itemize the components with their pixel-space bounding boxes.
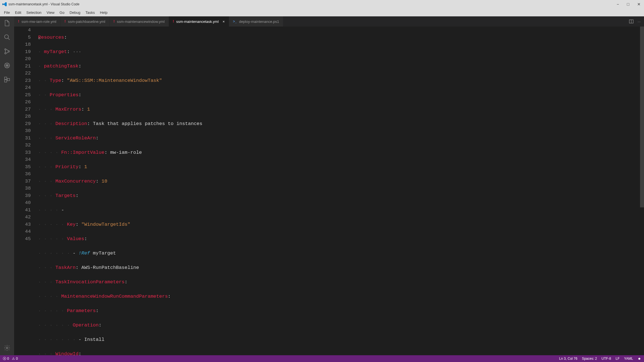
code-token: Key <box>67 222 76 227</box>
powershell-file-icon: >_ <box>233 19 237 23</box>
code-token: !Ref <box>79 251 90 256</box>
code-token: 1 <box>87 107 90 112</box>
code-token: WindowId <box>55 351 79 356</box>
menu-debug[interactable]: Debug <box>67 9 82 16</box>
window-title: ssm-maintenancetask.yml - Visual Studio … <box>8 2 79 6</box>
line-number: 27 <box>14 106 31 113</box>
line-number: 28 <box>14 113 31 120</box>
source-control-icon[interactable] <box>3 47 11 55</box>
svg-point-13 <box>6 347 8 349</box>
code-token: : <box>96 308 99 313</box>
code-token: : <box>81 107 87 112</box>
code-content[interactable]: Resources: · myTarget: ··· · patchingTas… <box>38 27 644 355</box>
yaml-file-icon: ! <box>18 19 19 23</box>
code-token: : <box>96 179 101 184</box>
code-token: - <box>73 251 78 256</box>
code-token: "WindowTargetIds" <box>81 222 130 227</box>
line-number: 21 <box>14 63 31 70</box>
minimize-button[interactable]: − <box>617 2 619 6</box>
settings-gear-icon[interactable] <box>3 344 11 352</box>
code-token: : <box>61 78 67 83</box>
code-token: 10 <box>101 179 107 184</box>
line-number: 40 <box>14 199 31 207</box>
code-token: mw-iam-role <box>110 150 142 155</box>
code-token: TaskArn <box>55 265 75 270</box>
warning-icon: ⚠ <box>12 357 15 361</box>
svg-point-4 <box>8 51 10 52</box>
code-editor[interactable]: 4 5 18 19 20 21 22 23 24 25 26 27 28 29 … <box>14 27 644 355</box>
split-editor-icon[interactable] <box>629 19 634 24</box>
maximize-button[interactable]: □ <box>627 2 629 6</box>
code-token: : <box>76 193 79 198</box>
line-number: 35 <box>14 163 31 171</box>
error-count: 0 <box>7 357 9 361</box>
tab-deploy-maintenance[interactable]: >_ deploy-maintenance.ps1 <box>229 16 283 27</box>
explorer-icon[interactable] <box>3 19 11 27</box>
menu-go[interactable]: Go <box>57 9 67 16</box>
feedback-smiley-icon[interactable]: ☻ <box>638 357 641 361</box>
tab-label: ssm-maintenancewindow.yml <box>117 19 165 24</box>
code-token: MaxErrors <box>55 107 81 112</box>
editor-actions: ··· <box>629 16 644 27</box>
extensions-icon[interactable] <box>3 76 11 84</box>
code-token: TaskInvocationParameters <box>55 279 125 285</box>
menu-edit[interactable]: Edit <box>13 9 23 16</box>
folded-code-indicator[interactable]: ··· <box>73 49 81 54</box>
code-token: Priority <box>55 164 79 170</box>
status-warnings[interactable]: ⚠ 0 <box>12 357 18 361</box>
code-token: Properties <box>50 92 79 98</box>
svg-point-0 <box>5 35 8 39</box>
menu-view[interactable]: View <box>44 9 57 16</box>
more-actions-icon[interactable]: ··· <box>638 19 641 24</box>
status-errors[interactable]: ⓧ 0 <box>3 356 9 361</box>
code-token: Type <box>50 78 61 83</box>
line-number: 37 <box>14 178 31 185</box>
code-token: 1 <box>84 164 87 170</box>
status-eol[interactable]: LF <box>616 357 620 361</box>
main-area: ! ssm-mw-iam-role.yml ! ssm-patchbaselin… <box>0 16 644 355</box>
line-number: 24 <box>14 84 31 91</box>
code-token: MaxConcurrency <box>55 179 96 184</box>
code-token: - Install <box>79 337 105 342</box>
code-token: Targets <box>55 193 75 198</box>
menu-selection[interactable]: Selection <box>24 9 43 16</box>
code-token: Values <box>67 236 84 242</box>
code-token: : <box>96 135 99 141</box>
tab-label: ssm-mw-iam-role.yml <box>21 19 56 24</box>
code-token: Fn::ImportValue <box>61 150 105 155</box>
fold-collapsed-icon[interactable]: ⊞ <box>38 35 40 42</box>
line-number: 39 <box>14 192 31 199</box>
status-indentation[interactable]: Spaces: 2 <box>582 357 597 361</box>
debug-icon[interactable] <box>3 62 11 69</box>
line-number: 23 <box>14 77 31 84</box>
line-number: 43 <box>14 221 31 228</box>
code-token: ServiceRoleArn <box>55 135 96 141</box>
menu-help[interactable]: Help <box>98 9 110 16</box>
line-number: 42 <box>14 214 31 221</box>
code-token: Parameters <box>67 308 96 313</box>
menu-tasks[interactable]: Tasks <box>83 9 97 16</box>
svg-rect-11 <box>5 80 7 82</box>
activity-bar <box>0 16 14 355</box>
close-tab-icon[interactable]: × <box>223 19 225 24</box>
menu-file[interactable]: File <box>2 9 12 16</box>
vertical-scrollbar[interactable] <box>640 27 644 355</box>
code-token: : <box>76 222 81 227</box>
tab-label: ssm-maintenancetask.yml <box>176 19 219 24</box>
line-number: 5 <box>14 34 31 41</box>
code-token: Description <box>55 121 87 126</box>
line-number: 30 <box>14 127 31 135</box>
search-icon[interactable] <box>3 33 11 41</box>
code-token: : <box>168 294 171 299</box>
tab-ssm-mw-iam-role[interactable]: ! ssm-mw-iam-role.yml <box>14 16 61 27</box>
close-button[interactable]: ✕ <box>637 2 641 6</box>
tab-ssm-maintenancetask[interactable]: ! ssm-maintenancetask.yml × <box>169 16 229 27</box>
tab-ssm-maintenancewindow[interactable]: ! ssm-maintenancewindow.yml <box>110 16 169 27</box>
status-bar: ⓧ 0 ⚠ 0 Ln 3, Col 76 Spaces: 2 UTF-8 LF … <box>0 355 644 362</box>
status-cursor-position[interactable]: Ln 3, Col 76 <box>559 357 577 361</box>
status-language[interactable]: YAML <box>624 357 633 361</box>
tab-label: deploy-maintenance.ps1 <box>239 19 279 24</box>
status-encoding[interactable]: UTF-8 <box>602 357 611 361</box>
tab-ssm-patchbaseline[interactable]: ! ssm-patchbaseline.yml <box>61 16 110 27</box>
scrollbar-thumb[interactable] <box>640 27 644 207</box>
